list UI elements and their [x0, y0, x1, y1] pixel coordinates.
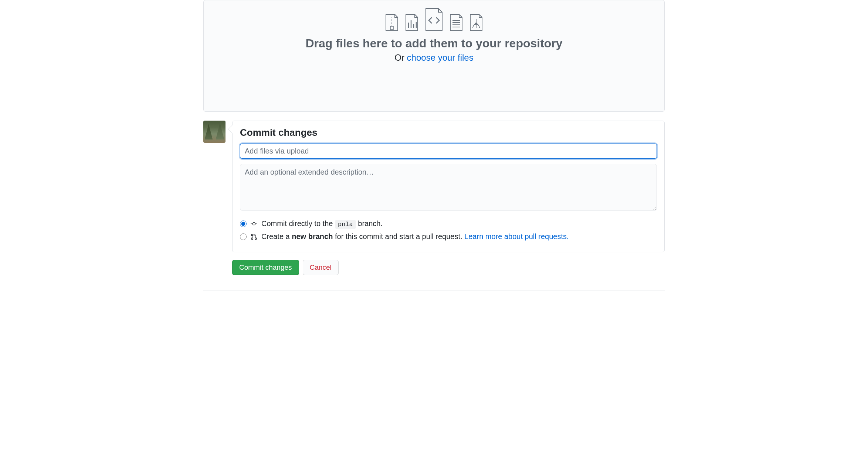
zip-file-icon — [385, 14, 399, 31]
git-pull-request-icon — [250, 233, 258, 240]
dropzone-or-text: Or — [394, 53, 407, 63]
commit-direct-option[interactable]: Commit directly to the pnla branch. — [240, 219, 657, 228]
svg-point-4 — [255, 238, 257, 239]
commit-description-textarea[interactable] — [240, 164, 657, 211]
commit-message-input[interactable] — [240, 144, 657, 159]
pdf-file-icon — [469, 14, 483, 31]
commit-form: Commit changes Commit directly to the pn… — [232, 121, 665, 252]
commit-direct-radio[interactable] — [240, 221, 247, 227]
commit-new-branch-option[interactable]: Create a new branch for this commit and … — [240, 232, 657, 241]
branch-name: pnla — [335, 220, 356, 229]
chart-file-icon — [405, 14, 419, 31]
svg-point-1 — [253, 222, 255, 225]
commit-form-title: Commit changes — [240, 127, 657, 138]
svg-point-3 — [251, 238, 253, 239]
commit-new-branch-radio[interactable] — [240, 233, 247, 240]
user-avatar[interactable] — [203, 121, 226, 143]
svg-point-2 — [251, 234, 253, 235]
text-file-icon — [449, 14, 463, 31]
git-commit-icon — [250, 221, 258, 226]
svg-rect-0 — [390, 26, 393, 30]
cancel-button[interactable]: Cancel — [303, 260, 339, 275]
dropzone-subtext: Or choose your files — [394, 53, 473, 63]
learn-pull-requests-link[interactable]: Learn more about pull requests. — [464, 232, 569, 240]
footer-divider — [203, 290, 665, 290]
file-type-icons — [385, 8, 483, 31]
form-actions: Commit changes Cancel — [232, 260, 665, 275]
dropzone-heading: Drag files here to add them to your repo… — [305, 37, 562, 50]
file-dropzone[interactable]: Drag files here to add them to your repo… — [203, 0, 665, 112]
choose-files-link[interactable]: choose your files — [407, 53, 474, 63]
commit-changes-button[interactable]: Commit changes — [232, 260, 299, 275]
commit-new-branch-label: Create a new branch for this commit and … — [261, 232, 569, 241]
commit-direct-label: Commit directly to the pnla branch. — [261, 219, 383, 228]
code-file-icon — [425, 8, 443, 31]
